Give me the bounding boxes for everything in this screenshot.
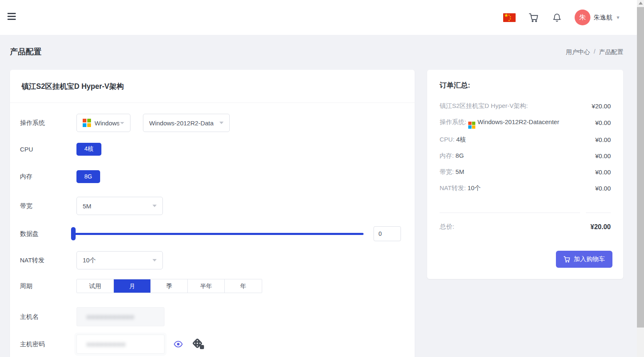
windows-logo-icon — [468, 122, 475, 129]
breadcrumb-parent[interactable]: 用户中心 — [566, 48, 590, 56]
order-summary-card: 订单汇总: 镇江S2区挂机宝D Hyper-V架构: ¥20.00 操作系统:W… — [427, 70, 623, 279]
datadisk-label: 数据盘 — [10, 230, 76, 238]
summary-memory-value: 8G — [455, 152, 464, 159]
period-option-trial[interactable]: 试用 — [77, 279, 114, 293]
random-password-dice-icon[interactable] — [192, 338, 204, 350]
period-option-year[interactable]: 年 — [225, 279, 262, 293]
summary-nat-value: 10个 — [467, 184, 481, 191]
scrollbar-thumb[interactable] — [637, 7, 644, 328]
windows-logo-icon — [83, 119, 91, 127]
password-masked-value: ●●●●●●●●● — [87, 341, 126, 347]
form-row-os: 操作系统 Windows Windows-2012R2-Data — [10, 114, 415, 132]
cpu-option-selected[interactable]: 4核 — [76, 143, 101, 156]
summary-product-label: 镇江S2区挂机宝D Hyper-V架构: — [440, 102, 528, 109]
hostname-masked-value: ●●●●●●●●●●● — [87, 313, 135, 320]
datadisk-slider-track[interactable] — [74, 233, 364, 235]
cart-icon[interactable] — [528, 12, 539, 23]
total-label: 总价: — [440, 223, 590, 231]
period-label: 周期 — [10, 282, 76, 290]
bandwidth-label: 带宽 — [10, 202, 76, 210]
page-title: 产品配置 — [10, 46, 42, 57]
total-price: ¥20.00 — [590, 223, 611, 231]
summary-divider — [440, 213, 611, 213]
product-title: 镇江S2区挂机宝D Hyper-V架构 — [22, 81, 124, 91]
summary-nat-price: ¥0.00 — [580, 185, 611, 192]
summary-cpu-label: CPU: — [440, 136, 455, 143]
form-row-password: 主机密码 ●●●●●●●●● — [10, 335, 415, 354]
memory-label: 内存 — [10, 173, 76, 181]
notifications-bell-icon[interactable] — [551, 12, 562, 23]
order-summary-items: 镇江S2区挂机宝D Hyper-V架构: ¥20.00 操作系统:Windows… — [440, 100, 611, 199]
form-row-nat: NAT转发 10个 — [10, 251, 415, 269]
summary-memory-price: ¥0.00 — [580, 152, 611, 159]
summary-row-cpu: CPU: 4核 ¥0.00 — [440, 134, 611, 145]
os-label: 操作系统 — [10, 119, 76, 127]
breadcrumb: 用户中心 / 产品配置 — [566, 48, 623, 56]
caret-down-icon — [152, 259, 157, 262]
datadisk-slider-handle[interactable] — [71, 227, 76, 240]
summary-total-row: 总价: ¥20.00 — [440, 223, 611, 231]
summary-os-price: ¥0.00 — [580, 119, 611, 126]
summary-cpu-value: 4核 — [456, 136, 466, 143]
summary-nat-label: NAT转发: — [440, 184, 466, 191]
summary-os-value: Windows-2012R2-Datacenter — [477, 118, 559, 125]
summary-row-product: 镇江S2区挂机宝D Hyper-V架构: ¥20.00 — [440, 100, 611, 111]
bandwidth-value: 5M — [83, 203, 91, 210]
nat-value: 10个 — [83, 257, 96, 264]
password-label: 主机密码 — [10, 340, 76, 348]
password-input[interactable]: ●●●●●●●●● — [76, 335, 165, 354]
caret-down-icon — [152, 205, 157, 207]
add-to-cart-button[interactable]: 加入购物车 — [556, 251, 612, 268]
summary-row-nat: NAT转发: 10个 ¥0.00 — [440, 183, 611, 193]
caret-down-icon — [120, 122, 124, 124]
nat-label: NAT转发 — [10, 257, 76, 264]
caret-down-icon — [219, 122, 224, 124]
memory-option-selected[interactable]: 8G — [76, 170, 100, 183]
avatar: 朱 — [575, 10, 590, 25]
summary-cpu-price: ¥0.00 — [580, 136, 611, 143]
cpu-label: CPU — [10, 146, 76, 153]
add-to-cart-label: 加入购物车 — [574, 255, 605, 263]
menu-toggle-icon[interactable] — [7, 13, 16, 20]
period-options: 试用 月 季 半年 年 — [76, 279, 262, 293]
breadcrumb-current: 产品配置 — [599, 48, 623, 56]
form-row-hostname: 主机名 ●●●●●●●●●●● — [10, 307, 415, 326]
os-family-select[interactable]: Windows — [76, 114, 130, 132]
form-row-bandwidth: 带宽 5M — [10, 197, 415, 215]
period-option-month[interactable]: 月 — [114, 279, 151, 293]
order-summary-title: 订单汇总: — [440, 81, 470, 90]
cart-icon — [563, 256, 570, 263]
summary-row-bandwidth: 带宽: 5M ¥0.00 — [440, 166, 611, 177]
summary-row-memory: 内存: 8G ¥0.00 — [440, 150, 611, 161]
form-row-memory: 内存 8G — [10, 170, 415, 183]
summary-row-os: 操作系统:Windows-2012R2-Datacenter ¥0.00 — [440, 117, 611, 129]
nat-select[interactable]: 10个 — [76, 251, 163, 269]
period-option-halfyear[interactable]: 半年 — [188, 279, 225, 293]
form-row-cpu: CPU 4核 — [10, 142, 415, 156]
summary-os-label: 操作系统: — [440, 118, 466, 125]
user-name: 朱逸航 — [594, 14, 612, 22]
datadisk-value-input[interactable] — [374, 226, 401, 241]
language-flag-china-icon[interactable]: ★ ★ ★ ★ ★ — [503, 13, 516, 22]
bandwidth-select[interactable]: 5M — [76, 197, 163, 215]
os-family-value: Windows — [95, 120, 120, 127]
breadcrumb-separator: / — [594, 48, 595, 56]
summary-bandwidth-price: ¥0.00 — [580, 169, 611, 176]
summary-memory-label: 内存: — [440, 152, 454, 159]
form-row-period: 周期 试用 月 季 半年 年 — [10, 279, 415, 293]
summary-product-price: ¥20.00 — [580, 103, 611, 110]
scrollbar-up-arrow-icon[interactable] — [639, 2, 643, 5]
summary-bandwidth-label: 带宽: — [440, 168, 454, 175]
form-row-datadisk: 数据盘 — [10, 227, 415, 241]
period-option-quarter[interactable]: 季 — [151, 279, 188, 293]
hostname-label: 主机名 — [10, 313, 76, 321]
os-version-value: Windows-2012R2-Data — [149, 120, 214, 127]
page-scrollbar[interactable] — [637, 0, 644, 357]
top-header: ★ ★ ★ ★ ★ 朱 朱逸航 ▼ — [0, 0, 637, 35]
user-menu[interactable]: 朱 朱逸航 ▼ — [575, 10, 620, 25]
chevron-down-icon: ▼ — [616, 15, 620, 20]
summary-bandwidth-value: 5M — [455, 168, 464, 175]
os-version-select[interactable]: Windows-2012R2-Data — [143, 114, 230, 132]
show-password-eye-icon[interactable] — [174, 340, 183, 348]
hostname-input[interactable]: ●●●●●●●●●●● — [76, 307, 165, 326]
